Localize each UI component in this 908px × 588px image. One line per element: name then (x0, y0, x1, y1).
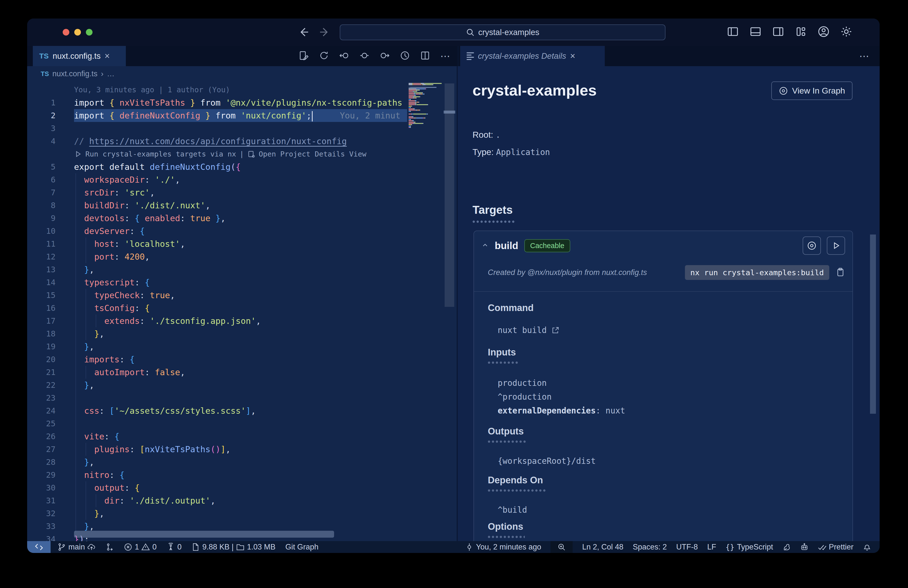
code-line[interactable]: 20 imports: { (27, 353, 458, 366)
code-line[interactable]: 32 }, (27, 507, 458, 520)
close-tab-icon[interactable]: × (105, 51, 110, 61)
depends-on-heading[interactable]: Depends On (488, 475, 543, 486)
outputs-heading[interactable]: Outputs (488, 426, 524, 437)
account-icon[interactable] (818, 26, 830, 39)
external-link-icon[interactable] (551, 326, 560, 335)
code-line[interactable]: 19 }, (27, 340, 458, 353)
code-line[interactable]: 21 autoImport: false, (27, 366, 458, 379)
code-line[interactable]: 6 workspaceDir: './', (27, 173, 458, 186)
breadcrumb[interactable]: TS nuxt.config.ts › … (27, 66, 458, 81)
robot-icon (800, 543, 808, 551)
code-line[interactable]: 28 }, (27, 456, 458, 469)
code-line[interactable]: 1import { nxViteTsPaths } from '@nx/vite… (27, 96, 458, 109)
refresh-icon[interactable] (319, 50, 329, 62)
code-line[interactable]: 4// https://nuxt.com/docs/api/configurat… (27, 135, 458, 148)
encoding-item[interactable]: UTF-8 (676, 543, 698, 551)
more-actions-icon[interactable]: ⋯ (440, 50, 451, 62)
editor-horizontal-scrollbar[interactable] (74, 531, 334, 538)
minimize-window-button[interactable] (74, 29, 81, 35)
code-line[interactable]: 9 devtools: { enabled: true }, (27, 212, 458, 225)
file-size-item[interactable]: 9.88 KB | 1.03 MB (192, 543, 275, 551)
back-icon[interactable] (297, 26, 310, 39)
copy-icon[interactable] (836, 267, 845, 278)
customize-layout-icon[interactable] (795, 26, 807, 39)
collapse-chevron-icon[interactable] (481, 242, 489, 250)
formatter-item[interactable]: Prettier (818, 543, 853, 551)
inputs-heading[interactable]: Inputs (488, 347, 516, 358)
settings-gear-icon[interactable] (840, 26, 852, 39)
code-editor[interactable]: You, 3 minutes ago | 1 author (You)1impo… (27, 81, 458, 541)
toggle-secondary-sidebar-icon[interactable] (772, 26, 784, 39)
eol-item[interactable]: LF (707, 543, 716, 551)
toggle-panel-icon[interactable] (749, 26, 761, 39)
minimap[interactable] (407, 81, 444, 541)
command-value[interactable]: nuxt build (497, 325, 560, 335)
git-branch-item[interactable]: main (58, 543, 96, 551)
code-line[interactable]: 31 dir: './dist/.output', (27, 494, 458, 507)
code-line[interactable]: 8 buildDir: './dist/.nuxt', (27, 199, 458, 212)
code-line[interactable]: 23 (27, 391, 458, 404)
close-tab-icon[interactable]: × (570, 51, 575, 61)
indentation-item[interactable]: Spaces: 2 (633, 543, 667, 551)
breadcrumb-file[interactable]: nuxt.config.ts (52, 69, 97, 78)
code-line[interactable]: 11 host: 'localhost', (27, 237, 458, 250)
toggle-primary-sidebar-icon[interactable] (727, 26, 739, 39)
git-graph-item[interactable]: Git Graph (285, 543, 318, 551)
tab-nuxt-config[interactable]: TS nuxt.config.ts × (33, 46, 126, 66)
cursor-position-item[interactable]: Ln 2, Col 48 (582, 543, 623, 551)
code-line[interactable]: 30 output: { (27, 482, 458, 494)
run-target-button[interactable] (827, 237, 845, 255)
code-line[interactable]: 15 typeCheck: true, (27, 289, 458, 302)
code-line[interactable]: 17 extends: './tsconfig.app.json', (27, 314, 458, 327)
zoom-window-button[interactable] (86, 29, 93, 35)
view-in-graph-button[interactable]: View In Graph (771, 81, 852, 100)
view-target-in-graph-button[interactable] (803, 237, 821, 255)
code-line[interactable]: 13 }, (27, 263, 458, 276)
next-change-icon[interactable] (380, 50, 390, 62)
run-command-chip[interactable]: nx run crystal-examples:build (685, 265, 829, 280)
breadcrumb-more[interactable]: … (107, 69, 114, 78)
code-line[interactable]: 26 vite: { (27, 430, 458, 443)
split-editor-icon[interactable] (420, 50, 430, 62)
ports-item[interactable]: 0 (167, 543, 182, 551)
code-line[interactable]: 18 }, (27, 327, 458, 340)
panel-more-actions-icon[interactable]: ⋯ (859, 46, 870, 66)
command-center-search[interactable]: crystal-examples (340, 24, 665, 40)
panel-scrollbar[interactable] (870, 235, 876, 414)
code-line[interactable]: 29 nitro: { (27, 469, 458, 482)
code-line[interactable]: 5export default defineNuxtConfig({ (27, 161, 458, 173)
code-line[interactable]: 2import { defineNuxtConfig } from 'nuxt/… (27, 109, 458, 122)
code-line[interactable]: 14 typescript: { (27, 276, 458, 289)
remote-indicator[interactable] (27, 541, 51, 553)
code-line[interactable]: 16 tsConfig: { (27, 302, 458, 314)
current-change-icon[interactable] (359, 50, 370, 62)
code-line[interactable]: 24 css: ['~/assets/css/styles.scss'], (27, 404, 458, 417)
code-line[interactable]: 7 srcDir: 'src', (27, 186, 458, 199)
timeline-icon[interactable] (400, 50, 410, 62)
close-window-button[interactable] (63, 29, 69, 35)
extension-robot-item[interactable] (800, 543, 808, 551)
codelens-row[interactable]: Run crystal-examples targets via nx|Open… (74, 148, 366, 161)
forward-icon[interactable] (319, 26, 331, 39)
code-line[interactable]: 25 (27, 417, 458, 430)
problems-item[interactable]: 1 0 (124, 543, 157, 551)
extension-pet-item[interactable] (782, 543, 791, 551)
open-changes-icon[interactable] (299, 50, 309, 62)
code-line[interactable]: 22 }, (27, 379, 458, 391)
editor-vertical-scrollbar[interactable] (444, 81, 455, 541)
tab-project-details[interactable]: crystal-examples Details × (460, 46, 605, 66)
source-control-graph-item[interactable] (106, 543, 114, 551)
notifications-item[interactable] (863, 543, 871, 551)
code-line[interactable]: 27 plugins: [nxViteTsPaths()], (27, 443, 458, 456)
zoom-item[interactable] (551, 541, 573, 553)
language-item[interactable]: {} TypeScript (726, 543, 773, 551)
options-heading[interactable]: Options (488, 521, 523, 532)
previous-change-icon[interactable] (339, 50, 349, 62)
code-line[interactable]: 12 port: 4200, (27, 250, 458, 263)
target-name[interactable]: build (495, 240, 518, 251)
blame-item[interactable]: You, 2 minutes ago (465, 543, 541, 551)
code-line[interactable]: 10 devServer: { (27, 225, 458, 237)
code-line[interactable]: 3 (27, 122, 458, 135)
cloud-upload-icon[interactable] (87, 543, 96, 551)
text-cursor (312, 111, 312, 121)
